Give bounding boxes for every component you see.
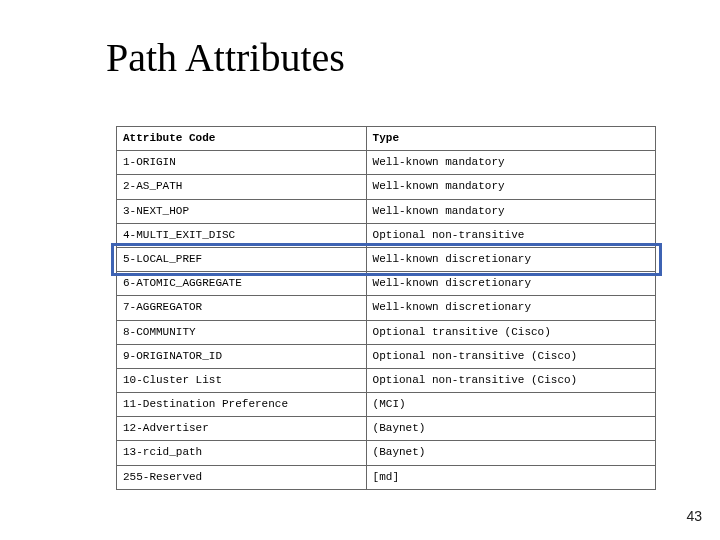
page-title: Path Attributes <box>106 34 345 81</box>
table-header-row: Attribute Code Type <box>117 127 656 151</box>
cell-code: 4-MULTI_EXIT_DISC <box>117 223 367 247</box>
cell-type: (MCI) <box>366 393 655 417</box>
table-row: 7-AGGREGATORWell-known discretionary <box>117 296 656 320</box>
table-row: 10-Cluster ListOptional non-transitive (… <box>117 368 656 392</box>
cell-code: 10-Cluster List <box>117 368 367 392</box>
cell-type: Well-known discretionary <box>366 247 655 271</box>
cell-type: Well-known discretionary <box>366 296 655 320</box>
cell-type: Optional non-transitive (Cisco) <box>366 368 655 392</box>
table-row: 3-NEXT_HOPWell-known mandatory <box>117 199 656 223</box>
cell-code: 8-COMMUNITY <box>117 320 367 344</box>
table-row: 8-COMMUNITYOptional transitive (Cisco) <box>117 320 656 344</box>
cell-type: Well-known mandatory <box>366 175 655 199</box>
table-row: 12-Advertiser(Baynet) <box>117 417 656 441</box>
table-row: 13-rcid_path(Baynet) <box>117 441 656 465</box>
cell-code: 6-ATOMIC_AGGREGATE <box>117 272 367 296</box>
table-row: 11-Destination Preference(MCI) <box>117 393 656 417</box>
table-row: 6-ATOMIC_AGGREGATEWell-known discretiona… <box>117 272 656 296</box>
col-header-type: Type <box>366 127 655 151</box>
cell-code: 12-Advertiser <box>117 417 367 441</box>
cell-code: 11-Destination Preference <box>117 393 367 417</box>
cell-type: Well-known mandatory <box>366 199 655 223</box>
page-number: 43 <box>686 508 702 524</box>
cell-type: Optional non-transitive <box>366 223 655 247</box>
cell-code: 7-AGGREGATOR <box>117 296 367 320</box>
table-row: 2-AS_PATHWell-known mandatory <box>117 175 656 199</box>
cell-code: 5-LOCAL_PREF <box>117 247 367 271</box>
cell-type: Well-known discretionary <box>366 272 655 296</box>
attributes-table: Attribute Code Type 1-ORIGINWell-known m… <box>116 126 656 490</box>
table-row: 4-MULTI_EXIT_DISCOptional non-transitive <box>117 223 656 247</box>
cell-code: 2-AS_PATH <box>117 175 367 199</box>
table-row: 9-ORIGINATOR_IDOptional non-transitive (… <box>117 344 656 368</box>
table-row: 1-ORIGINWell-known mandatory <box>117 151 656 175</box>
cell-code: 1-ORIGIN <box>117 151 367 175</box>
cell-type: [md] <box>366 465 655 489</box>
cell-type: Optional non-transitive (Cisco) <box>366 344 655 368</box>
col-header-code: Attribute Code <box>117 127 367 151</box>
cell-type: Optional transitive (Cisco) <box>366 320 655 344</box>
cell-code: 9-ORIGINATOR_ID <box>117 344 367 368</box>
cell-code: 255-Reserved <box>117 465 367 489</box>
cell-type: (Baynet) <box>366 441 655 465</box>
cell-code: 13-rcid_path <box>117 441 367 465</box>
slide: Path Attributes Attribute Code Type 1-OR… <box>0 0 720 540</box>
cell-type: (Baynet) <box>366 417 655 441</box>
cell-code: 3-NEXT_HOP <box>117 199 367 223</box>
table-row: 5-LOCAL_PREFWell-known discretionary <box>117 247 656 271</box>
cell-type: Well-known mandatory <box>366 151 655 175</box>
table-row: 255-Reserved[md] <box>117 465 656 489</box>
